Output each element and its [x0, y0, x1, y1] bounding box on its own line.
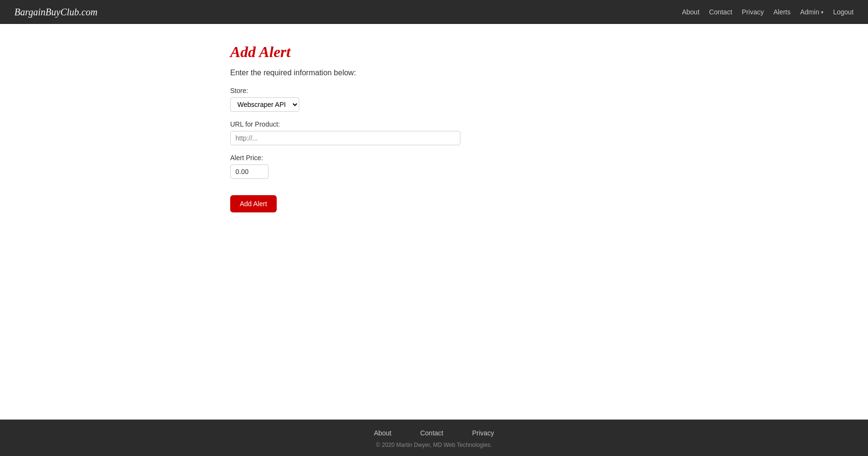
url-label: URL for Product:	[230, 120, 854, 128]
admin-caret-icon: ▾	[821, 10, 823, 15]
nav-about[interactable]: About	[682, 8, 700, 16]
page-title: Add Alert	[230, 43, 854, 61]
price-input[interactable]	[230, 164, 269, 179]
nav-links: About Contact Privacy Alerts Admin ▾ Log…	[682, 8, 854, 16]
main-content: Add Alert Enter the required information…	[0, 24, 868, 420]
nav-admin[interactable]: Admin	[800, 8, 819, 16]
nav-logout[interactable]: Logout	[833, 8, 854, 16]
footer-privacy[interactable]: Privacy	[472, 429, 494, 437]
brand-logo[interactable]: BargainBuyClub.com	[14, 7, 97, 18]
url-input[interactable]	[230, 131, 460, 145]
add-alert-form: Store: Webscraper API URL for Product: A…	[230, 87, 854, 212]
nav-admin-dropdown[interactable]: Admin ▾	[800, 8, 823, 16]
nav-privacy[interactable]: Privacy	[742, 8, 764, 16]
store-group: Store: Webscraper API	[230, 87, 854, 112]
footer-about[interactable]: About	[374, 429, 392, 437]
page-subtitle: Enter the required information below:	[230, 69, 854, 77]
footer-links: About Contact Privacy	[14, 429, 854, 437]
footer-contact[interactable]: Contact	[420, 429, 443, 437]
price-group: Alert Price:	[230, 154, 854, 179]
nav-alerts[interactable]: Alerts	[774, 8, 791, 16]
url-group: URL for Product:	[230, 120, 854, 145]
footer-copyright: © 2020 Martin Dwyer, MD Web Technologies…	[14, 442, 854, 448]
price-label: Alert Price:	[230, 154, 854, 162]
add-alert-button[interactable]: Add Alert	[230, 195, 277, 212]
footer: About Contact Privacy © 2020 Martin Dwye…	[0, 420, 868, 456]
nav-contact[interactable]: Contact	[709, 8, 732, 16]
store-select[interactable]: Webscraper API	[230, 97, 299, 112]
store-label: Store:	[230, 87, 854, 94]
navbar: BargainBuyClub.com About Contact Privacy…	[0, 0, 868, 24]
